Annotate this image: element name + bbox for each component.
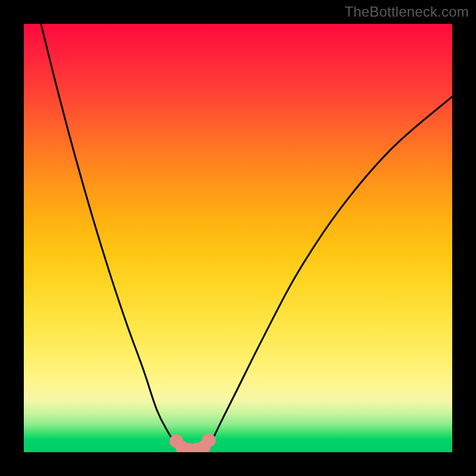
curve-right-curve [203, 96, 452, 450]
curve-left-curve [41, 24, 187, 450]
watermark-text: TheBottleneck.com [345, 4, 469, 20]
curve-layer [24, 24, 452, 452]
plot-area [24, 24, 452, 452]
data-marker [202, 433, 216, 447]
